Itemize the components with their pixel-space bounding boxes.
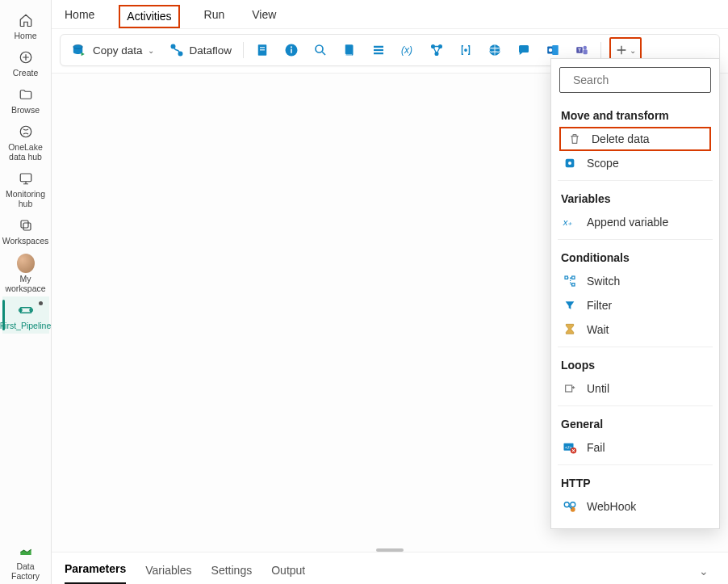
svg-text:T: T xyxy=(578,48,581,53)
activities-dropdown: Move and transform Delete data Scope Var… xyxy=(550,58,720,529)
unsaved-dot-icon xyxy=(39,301,43,305)
sidebar-item-label: My workspace xyxy=(2,274,49,293)
sidebar-item-label: OneLake data hub xyxy=(2,142,49,162)
search-icon[interactable] xyxy=(308,38,333,62)
svg-rect-30 xyxy=(552,45,559,55)
group-move-transform: Move and transform xyxy=(559,103,711,127)
svg-point-31 xyxy=(549,48,553,53)
main-area: Home Activities Run View Copy data ⌄ Dat… xyxy=(52,0,728,584)
svg-rect-41 xyxy=(572,276,575,279)
chevron-down-icon: ⌄ xyxy=(148,46,154,55)
tab-view[interactable]: View xyxy=(249,2,279,28)
svg-rect-43 xyxy=(566,385,572,392)
home-icon xyxy=(17,11,35,29)
svg-point-26 xyxy=(465,49,467,51)
svg-rect-2 xyxy=(20,174,31,182)
svg-rect-19 xyxy=(374,46,383,48)
bracket-icon[interactable] xyxy=(454,38,478,62)
sidebar-item-label: Data Factory xyxy=(2,561,49,581)
svg-text:(x): (x) xyxy=(401,44,412,56)
search-input[interactable] xyxy=(573,74,714,86)
list-icon[interactable] xyxy=(366,38,391,62)
activity-label: Scope xyxy=(587,157,619,170)
group-variables: Variables xyxy=(559,186,711,210)
copy-data-icon xyxy=(72,42,88,58)
copy-data-button[interactable]: Copy data ⌄ xyxy=(67,39,159,61)
activity-label: Switch xyxy=(587,275,620,288)
search-box[interactable] xyxy=(559,67,711,93)
activity-scope[interactable]: Scope xyxy=(559,151,711,175)
activity-label: Fail xyxy=(587,441,605,454)
activity-append-variable[interactable]: x₊ Append variable xyxy=(559,210,711,234)
svg-rect-20 xyxy=(374,49,383,51)
svg-point-1 xyxy=(20,126,31,137)
svg-point-17 xyxy=(291,46,292,48)
sidebar-item-pipeline[interactable]: First_Pipeline xyxy=(2,296,49,334)
sidebar-item-create[interactable]: Create xyxy=(2,44,49,81)
activity-until[interactable]: Until xyxy=(559,376,711,401)
flow-icon[interactable] xyxy=(425,38,449,62)
activity-fail[interactable]: </> Fail xyxy=(559,435,711,460)
bottom-tab-parameters[interactable]: Parameters xyxy=(65,556,126,584)
bottom-tab-output[interactable]: Output xyxy=(271,557,305,584)
datafactory-icon xyxy=(17,542,35,560)
sidebar-item-browse[interactable]: Browse xyxy=(2,81,49,118)
globe-icon[interactable] xyxy=(483,38,507,62)
script-icon[interactable] xyxy=(337,38,362,62)
activity-wait[interactable]: Wait xyxy=(559,317,711,342)
tab-activities[interactable]: Activities xyxy=(119,5,179,28)
group-general: General xyxy=(559,411,711,435)
pipeline-icon xyxy=(17,301,35,319)
sidebar-item-onelake[interactable]: OneLake data hub xyxy=(2,118,49,165)
switch-icon xyxy=(563,274,577,288)
sidebar-item-monitoring[interactable]: Monitoring hub xyxy=(2,165,49,212)
sidebar-item-workspaces[interactable]: Workspaces xyxy=(2,212,49,249)
hourglass-icon xyxy=(563,322,577,337)
sidebar-item-datafactory[interactable]: Data Factory xyxy=(2,537,49,584)
activity-switch[interactable]: Switch xyxy=(559,269,711,293)
webhook-icon xyxy=(563,499,577,514)
dataflow-button[interactable]: Dataflow xyxy=(164,39,237,61)
info-icon[interactable] xyxy=(279,38,303,62)
activity-filter[interactable]: Filter xyxy=(559,293,711,317)
variable-icon[interactable]: (x) xyxy=(395,38,420,62)
bottom-tabs: Parameters Variables Settings Output ⌄ xyxy=(52,552,728,584)
sidebar-item-label: Browse xyxy=(11,105,40,115)
sidebar-item-myworkspace[interactable]: My workspace xyxy=(2,250,49,296)
chat-icon[interactable] xyxy=(512,38,536,62)
svg-rect-40 xyxy=(565,276,567,279)
bottom-tab-variables[interactable]: Variables xyxy=(145,557,191,584)
sidebar-item-label: Home xyxy=(14,31,36,40)
tab-run[interactable]: Run xyxy=(201,2,228,28)
activity-label: WebHook xyxy=(587,500,636,513)
trash-icon xyxy=(567,132,582,146)
bottom-tab-settings[interactable]: Settings xyxy=(211,557,253,584)
resize-handle[interactable] xyxy=(376,548,404,552)
svg-rect-34 xyxy=(584,49,588,54)
workspaces-icon xyxy=(17,216,35,234)
onelake-icon xyxy=(17,123,35,141)
sidebar-item-label: First_Pipeline xyxy=(0,321,51,330)
sidebar-item-label: Create xyxy=(13,68,39,78)
tab-home[interactable]: Home xyxy=(61,2,98,28)
notebook-icon[interactable] xyxy=(250,38,274,62)
folder-icon xyxy=(17,86,35,103)
top-tabs: Home Activities Run View xyxy=(52,0,728,29)
sidebar-item-home[interactable]: Home xyxy=(2,6,49,44)
svg-point-38 xyxy=(568,162,571,165)
variable-plus-icon: x₊ xyxy=(563,215,577,229)
collapse-panel-button[interactable]: ⌄ xyxy=(692,558,715,584)
activity-webhook[interactable]: WebHook xyxy=(559,494,711,519)
activity-label: Until xyxy=(587,382,609,395)
activity-label: Filter xyxy=(587,299,612,312)
chevron-down-icon: ⌄ xyxy=(630,46,636,55)
until-icon xyxy=(563,381,577,396)
group-http: HTTP xyxy=(559,470,711,494)
group-loops: Loops xyxy=(559,352,711,376)
activity-delete-data[interactable]: Delete data xyxy=(559,127,711,151)
left-sidebar: Home Create Browse OneLake data hub Moni… xyxy=(0,0,52,584)
group-conditionals: Conditionals xyxy=(559,245,711,269)
svg-rect-13 xyxy=(260,47,265,48)
dataflow-label: Dataflow xyxy=(190,44,232,57)
svg-point-33 xyxy=(584,46,588,50)
